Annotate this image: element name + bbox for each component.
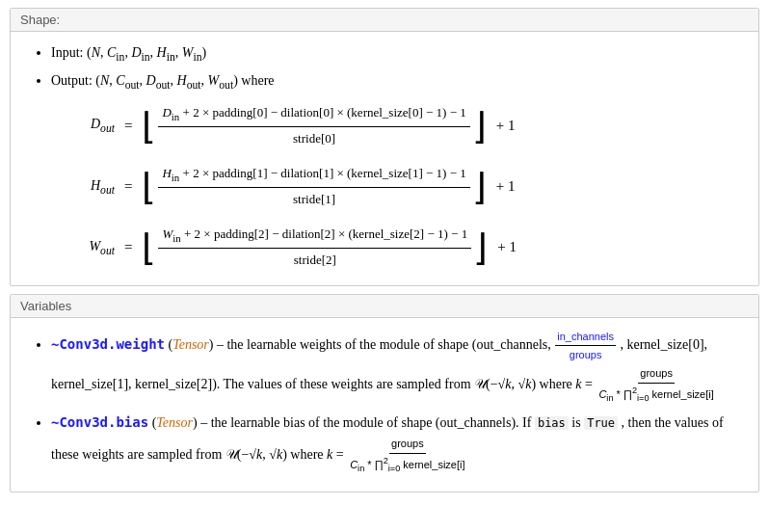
floor-right-w: ⌋ (473, 229, 488, 266)
bias-k-frac-den: Cin * ∏2i=0 kernel_size[i] (348, 454, 466, 476)
formula-w: Wout = ⌊ Win + 2 × padding[2] − dilation… (57, 224, 741, 271)
weight-paren: ) (209, 337, 214, 352)
output-label: Output: (51, 73, 95, 88)
bias-item: ~Conv3d.bias (Tensor) – the learnable bi… (51, 412, 741, 476)
shape-section: Shape: Input: (N, Cin, Din, Hin, Win) Ou… (10, 8, 759, 286)
input-math: (N, Cin, Din, Hin, Win) (87, 45, 206, 60)
weight-k-frac-num: groups (638, 364, 675, 384)
floor-left-h: ⌊ (142, 169, 156, 205)
formula-d-lhs: Dout (57, 113, 115, 139)
variables-content: ~Conv3d.weight (Tensor) – the learnable … (11, 318, 758, 492)
variables-list: ~Conv3d.weight (Tensor) – the learnable … (28, 328, 741, 476)
equals-d: = (124, 114, 132, 139)
floor-right-d: ⌋ (472, 108, 487, 145)
weight-item: ~Conv3d.weight (Tensor) – the learnable … (51, 328, 741, 406)
bias-dist: 𝒰(−√k, √k) where k = (225, 447, 347, 462)
weight-type: Tensor (172, 337, 209, 352)
bias-true: True (584, 416, 618, 430)
frac-d-num: Din + 2 × padding[0] − dilation[0] × (ke… (158, 102, 469, 127)
weight-k-frac-den: Cin * ∏2i=0 kernel_size[i] (597, 384, 715, 406)
frac-h: Hin + 2 × padding[1] − dilation[1] × (ke… (158, 163, 469, 210)
formulas-block: Dout = ⌊ Din + 2 × padding[0] − dilation… (57, 102, 741, 271)
bias-desc1: – the learnable bias of the module of sh… (200, 415, 531, 430)
bias-k-frac-num: groups (389, 435, 426, 454)
weight-frac-den: groups (568, 346, 604, 364)
weight-frac: in_channels groups (555, 328, 616, 364)
shape-title: Shape: (20, 13, 60, 27)
shape-content: Input: (N, Cin, Din, Hin, Win) Output: (… (11, 32, 758, 285)
floor-right-h: ⌋ (472, 169, 487, 205)
input-label: Input: (51, 45, 87, 60)
equals-w: = (124, 235, 132, 260)
formula-w-lhs: Wout (57, 235, 115, 261)
formula-h: Hout = ⌊ Hin + 2 × padding[1] − dilation… (57, 163, 741, 210)
plus-one-d: + 1 (496, 114, 516, 139)
weight-dist: 𝒰(−√k, √k) where k = (474, 377, 596, 391)
weight-k-frac: groups Cin * ∏2i=0 kernel_size[i] (597, 364, 715, 406)
equals-h: = (124, 174, 132, 200)
bias-code: bias (535, 416, 569, 430)
frac-h-num: Hin + 2 × padding[1] − dilation[1] × (ke… (158, 163, 469, 188)
variables-title: Variables (20, 299, 71, 313)
frac-d-den: stride[0] (289, 127, 339, 149)
bias-is: is (571, 415, 584, 430)
variables-section: Variables ~Conv3d.weight (Tensor) – the … (10, 294, 759, 492)
input-item: Input: (N, Cin, Din, Hin, Win) (51, 41, 741, 67)
bias-k-frac: groups Cin * ∏2i=0 kernel_size[i] (348, 435, 466, 476)
bias-type: Tensor (156, 415, 193, 430)
frac-w-den: stride[2] (290, 249, 340, 271)
shape-list: Input: (N, Cin, Din, Hin, Win) Output: (… (28, 41, 741, 94)
floor-d: ⌊ Din + 2 × padding[0] − dilation[0] × (… (142, 102, 486, 149)
plus-one-h: + 1 (496, 174, 516, 200)
weight-frac-num: in_channels (555, 328, 616, 347)
bias-paren-close: ) (193, 415, 198, 430)
frac-h-den: stride[1] (289, 188, 339, 210)
output-math: (N, Cout, Dout, Hout, Wout) where (95, 73, 274, 88)
variables-header: Variables (11, 295, 758, 318)
floor-left-d: ⌊ (142, 108, 156, 145)
formula-d: Dout = ⌊ Din + 2 × padding[0] − dilation… (57, 102, 741, 149)
weight-desc1: – the learnable weights of the module of… (217, 337, 551, 352)
plus-one-w: + 1 (497, 235, 517, 260)
bias-name: ~Conv3d.bias (51, 414, 148, 430)
floor-w: ⌊ Win + 2 × padding[2] − dilation[2] × (… (142, 224, 488, 271)
floor-left-w: ⌊ (142, 229, 156, 266)
output-item: Output: (N, Cout, Dout, Hout, Wout) wher… (51, 69, 741, 95)
frac-d: Din + 2 × padding[0] − dilation[0] × (ke… (158, 102, 469, 149)
frac-w-num: Win + 2 × padding[2] − dilation[2] × (ke… (158, 224, 471, 249)
frac-w: Win + 2 × padding[2] − dilation[2] × (ke… (158, 224, 471, 271)
formula-h-lhs: Hout (57, 174, 115, 200)
floor-h: ⌊ Hin + 2 × padding[1] − dilation[1] × (… (142, 163, 486, 210)
shape-header: Shape: (11, 9, 758, 32)
weight-name: ~Conv3d.weight (51, 336, 165, 352)
